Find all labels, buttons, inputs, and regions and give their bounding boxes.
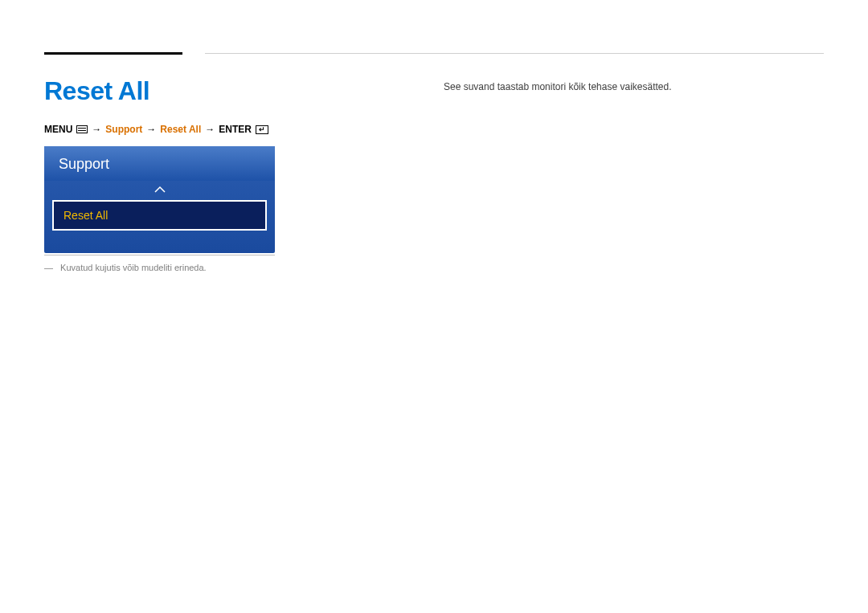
page-top-line [205, 53, 824, 54]
breadcrumb-support: Support [105, 124, 142, 135]
menu-icon [76, 125, 88, 133]
breadcrumb-arrow: → [205, 124, 215, 135]
caption-divider [44, 255, 275, 255]
breadcrumb-enter: ENTER [219, 124, 252, 135]
caption-content: Kuvatud kujutis võib mudeliti erineda. [60, 263, 207, 272]
breadcrumb-arrow: → [146, 124, 156, 135]
breadcrumb: MENU → Support → Reset All → ENTER [44, 124, 268, 135]
scroll-up-arrow[interactable] [44, 181, 275, 200]
support-menu: Support Reset All [44, 146, 275, 253]
caption-dash: ― [44, 263, 53, 272]
breadcrumb-arrow: → [92, 124, 101, 135]
page-top-bar [44, 52, 182, 55]
enter-icon [256, 125, 268, 134]
breadcrumb-menu: MENU [44, 124, 72, 135]
menu-item-reset-all[interactable]: Reset All [52, 200, 267, 231]
breadcrumb-resetall: Reset All [160, 124, 201, 135]
chevron-up-icon [154, 186, 166, 193]
description-text: See suvand taastab monitori kõik tehase … [444, 81, 672, 92]
page-title: Reset All [44, 76, 149, 106]
menu-header: Support [44, 146, 275, 181]
caption-text: ― Kuvatud kujutis võib mudeliti erineda. [44, 263, 207, 272]
